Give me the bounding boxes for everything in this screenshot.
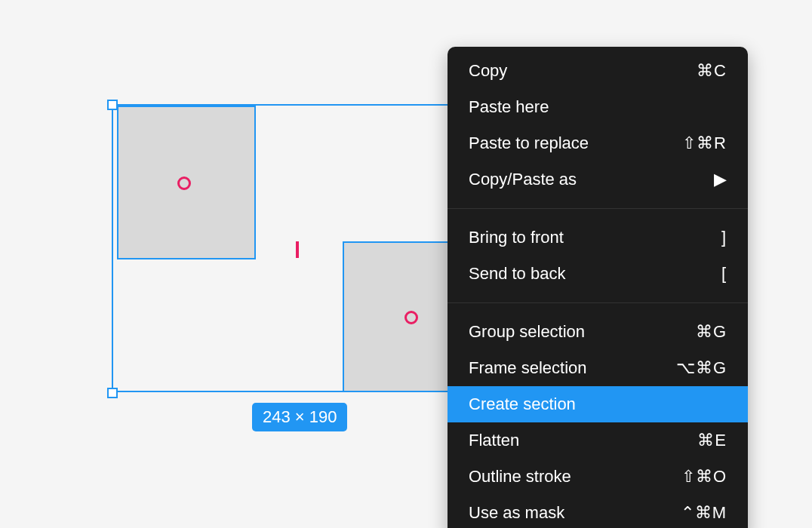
menu-item-paste-here[interactable]: Paste here xyxy=(448,89,748,125)
selection-bounding-box xyxy=(112,104,478,392)
menu-divider xyxy=(448,208,748,209)
menu-item-label: Frame selection xyxy=(469,358,587,378)
menu-item-bring-to-front[interactable]: Bring to front ] xyxy=(448,219,748,256)
menu-divider xyxy=(448,302,748,303)
menu-item-label: Create section xyxy=(469,394,576,414)
dimension-badge: 243 × 190 xyxy=(252,403,347,431)
menu-item-shortcut: [ xyxy=(721,264,727,284)
menu-item-shortcut: ] xyxy=(721,228,727,247)
menu-item-shortcut: ⌘E xyxy=(697,431,727,450)
menu-item-shortcut: ⌃⌘M xyxy=(681,503,727,523)
menu-item-send-to-back[interactable]: Send to back [ xyxy=(448,256,748,292)
menu-item-outline-stroke[interactable]: Outline stroke ⇧⌘O xyxy=(448,459,748,495)
menu-item-flatten[interactable]: Flatten ⌘E xyxy=(448,422,748,459)
menu-item-label: Bring to front xyxy=(469,228,564,247)
menu-item-copy-paste-as[interactable]: Copy/Paste as ▶ xyxy=(448,161,748,198)
menu-item-label: Copy/Paste as xyxy=(469,170,577,189)
menu-item-label: Use as mask xyxy=(469,503,564,523)
menu-item-shortcut: ⇧⌘O xyxy=(681,467,727,487)
selection-handle[interactable] xyxy=(107,388,118,398)
menu-item-label: Paste to replace xyxy=(469,134,589,153)
menu-item-label: Send to back xyxy=(469,264,565,284)
menu-item-shortcut: ⌥⌘G xyxy=(676,358,727,378)
menu-item-group-selection[interactable]: Group selection ⌘G xyxy=(448,314,748,350)
menu-item-label: Flatten xyxy=(469,431,519,450)
menu-item-create-section[interactable]: Create section xyxy=(448,386,748,422)
menu-item-shortcut: ⇧⌘R xyxy=(682,134,727,153)
menu-item-shortcut: ⌘C xyxy=(697,61,727,81)
selection-handle[interactable] xyxy=(107,100,118,110)
menu-item-label: Outline stroke xyxy=(469,467,571,487)
menu-item-copy[interactable]: Copy ⌘C xyxy=(448,53,748,89)
menu-item-label: Copy xyxy=(469,61,507,81)
spacing-indicator xyxy=(296,241,299,258)
menu-item-label: Paste here xyxy=(469,97,549,117)
menu-item-paste-replace[interactable]: Paste to replace ⇧⌘R xyxy=(448,125,748,161)
anchor-point-icon[interactable] xyxy=(404,311,418,324)
menu-item-frame-selection[interactable]: Frame selection ⌥⌘G xyxy=(448,350,748,386)
menu-item-shortcut: ⌘G xyxy=(696,322,727,342)
menu-item-use-as-mask[interactable]: Use as mask ⌃⌘M xyxy=(448,495,748,528)
design-canvas[interactable]: 243 × 190 Copy ⌘C Paste here Paste to re… xyxy=(0,0,812,528)
menu-item-label: Group selection xyxy=(469,322,585,342)
context-menu: Copy ⌘C Paste here Paste to replace ⇧⌘R … xyxy=(448,47,748,528)
anchor-point-icon[interactable] xyxy=(177,177,191,190)
submenu-arrow-icon: ▶ xyxy=(714,170,727,189)
